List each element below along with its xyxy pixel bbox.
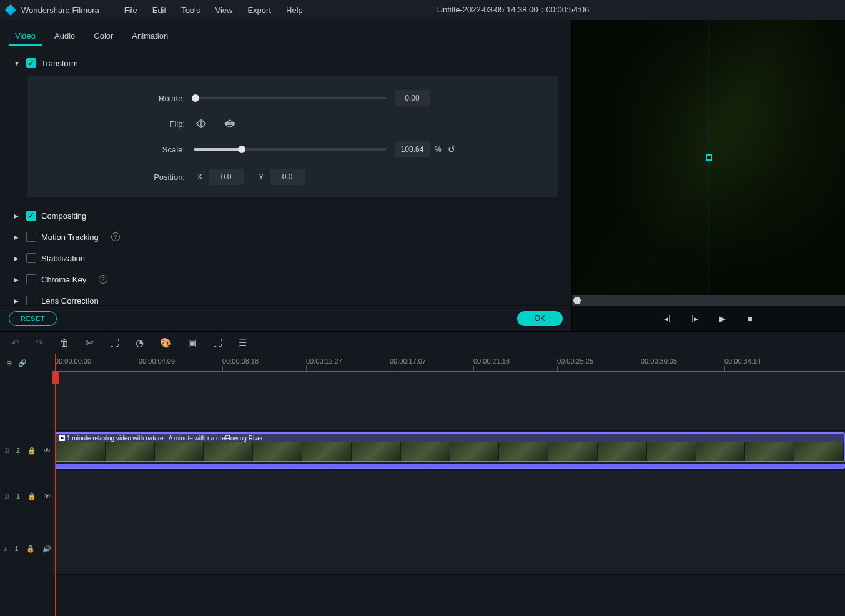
position-row: Position: X Y (45, 169, 540, 185)
adjust-icon[interactable]: ☰ (239, 337, 247, 349)
flip-horizontal-icon[interactable] (194, 117, 209, 130)
play-pause-icon[interactable]: Ⅰ▸ (689, 314, 701, 324)
play-icon[interactable]: ▶ (716, 314, 729, 324)
expand-icon[interactable]: ⛶ (213, 337, 222, 348)
add-track-icon[interactable]: ⊞ (6, 359, 12, 367)
flip-vertical-icon[interactable] (222, 117, 237, 130)
clip-audio-bar[interactable] (55, 464, 845, 469)
help-icon[interactable]: ? (99, 275, 107, 284)
transform-checkbox[interactable] (26, 58, 36, 68)
preview-handle[interactable] (706, 154, 712, 161)
track-v2-num: 2 (16, 447, 20, 454)
color-icon[interactable]: 🎨 (160, 337, 172, 349)
help-icon[interactable]: ? (111, 232, 120, 241)
timeline: ⊞ 🔗 ▸⃞2 🔒 👁 ▸⃞1 🔒 👁 ♪1 🔒 🔊 00:00:00:00 0… (0, 354, 845, 616)
scrub-thumb[interactable] (573, 297, 581, 304)
audio-track-1[interactable] (52, 522, 845, 575)
speed-icon[interactable]: ◔ (136, 337, 144, 349)
cut-icon[interactable]: ✄ (86, 337, 94, 349)
caret-right-icon: ▶ (14, 212, 20, 219)
caret-right-icon: ▶ (14, 255, 20, 262)
lock-icon[interactable]: 🔒 (26, 545, 35, 553)
menu-view[interactable]: View (207, 3, 240, 17)
stab-checkbox[interactable] (26, 253, 36, 263)
tick: 00:00:25:25 (557, 357, 593, 365)
menubar: Wondershare Filmora File Edit Tools View… (0, 0, 845, 20)
section-chroma-key[interactable]: ▶ Chroma Key ? (14, 269, 558, 290)
video-clip[interactable]: ▶ 1 minute relaxing video with nature - … (55, 432, 845, 462)
volume-icon[interactable]: 🔊 (42, 545, 51, 553)
playback-controls: ◂Ⅰ Ⅰ▸ ▶ ■ (572, 306, 845, 331)
position-y-value[interactable] (270, 169, 305, 185)
menu-export[interactable]: Export (240, 3, 279, 17)
video-preview[interactable] (572, 20, 845, 295)
menu-edit[interactable]: Edit (145, 3, 174, 17)
clip-play-icon: ▶ (59, 435, 65, 441)
delete-icon[interactable]: 🗑 (60, 337, 69, 348)
menu-help[interactable]: Help (279, 3, 310, 17)
property-tabs: Video Audio Color Animation (0, 20, 571, 46)
link-icon[interactable]: 🔗 (18, 359, 27, 367)
timeline-toolbar: ↶ ↷ 🗑 ✄ ⛶ ◔ 🎨 ▣ ⛶ ☰ (0, 331, 845, 354)
chroma-checkbox[interactable] (26, 274, 36, 284)
tab-audio[interactable]: Audio (48, 27, 81, 46)
tab-color[interactable]: Color (87, 27, 119, 46)
undo-icon[interactable]: ↶ (11, 337, 19, 349)
menu-tools[interactable]: Tools (174, 3, 207, 17)
section-motion-tracking[interactable]: ▶ Motion Tracking ? (14, 226, 558, 247)
video-track-icon: ▸⃞ (4, 447, 9, 454)
main-area: Video Audio Color Animation ▼ Transform … (0, 20, 845, 331)
menu-file[interactable]: File (117, 3, 145, 17)
rotate-value[interactable] (395, 90, 430, 106)
scale-label: Scale: (45, 145, 194, 154)
crop-icon[interactable]: ⛶ (110, 337, 119, 348)
tab-video[interactable]: Video (9, 27, 42, 46)
transform-body: Rotate: Flip: Scale: (27, 76, 558, 197)
playhead[interactable] (55, 354, 56, 616)
chroma-label: Chroma Key (41, 275, 86, 284)
ok-button[interactable]: OK (517, 311, 563, 326)
tick: 00:00:34:14 (724, 357, 761, 365)
section-lens-correction[interactable]: ▶ Lens Correction (14, 290, 558, 305)
scale-reset-icon[interactable]: ↺ (448, 144, 455, 154)
scale-slider[interactable] (194, 148, 386, 151)
preview-scrubber[interactable] (572, 295, 845, 306)
panel-footer: RESET OK (0, 305, 571, 331)
timeline-ruler[interactable]: 00:00:00:00 00:00:04:09 00:00:08:18 00:0… (52, 354, 845, 372)
stop-icon[interactable]: ■ (744, 314, 756, 324)
position-x-value[interactable] (209, 169, 244, 185)
eye-icon[interactable]: 👁 (44, 492, 51, 500)
caret-right-icon: ▶ (14, 297, 20, 304)
redo-icon[interactable]: ↷ (36, 337, 44, 349)
caret-down-icon: ▼ (14, 60, 20, 67)
tick: 00:00:08:18 (222, 357, 259, 365)
video-track-1[interactable] (52, 470, 845, 522)
tick: 00:00:12:27 (306, 357, 342, 365)
section-transform-header[interactable]: ▼ Transform (14, 52, 558, 74)
properties-panel: Video Audio Color Animation ▼ Transform … (0, 20, 571, 331)
compositing-label: Compositing (41, 211, 86, 221)
stab-label: Stabilization (41, 254, 85, 263)
motion-checkbox[interactable] (26, 232, 36, 242)
scale-value[interactable] (395, 141, 430, 157)
lock-icon[interactable]: 🔒 (27, 492, 36, 500)
eye-icon[interactable]: 👁 (44, 447, 51, 454)
green-screen-icon[interactable]: ▣ (188, 337, 197, 349)
track-spacer (52, 372, 845, 431)
tab-animation[interactable]: Animation (126, 27, 174, 46)
section-compositing[interactable]: ▶ Compositing (14, 205, 558, 226)
video-track-2[interactable]: ▶ 1 minute relaxing video with nature - … (52, 431, 845, 470)
prev-frame-icon[interactable]: ◂Ⅰ (661, 314, 674, 324)
transform-label: Transform (41, 59, 78, 68)
rotate-slider[interactable] (194, 97, 386, 99)
compositing-checkbox[interactable] (26, 211, 36, 221)
scale-unit: % (435, 145, 442, 154)
timeline-tracks[interactable]: 00:00:00:00 00:00:04:09 00:00:08:18 00:0… (52, 354, 845, 616)
audio-track-icon: ♪ (4, 545, 7, 552)
lock-icon[interactable]: 🔒 (27, 447, 36, 455)
section-stabilization[interactable]: ▶ Stabilization (14, 247, 558, 269)
lens-checkbox[interactable] (26, 296, 36, 305)
position-y-label: Y (259, 172, 264, 181)
track-v1-num: 1 (16, 492, 20, 500)
reset-button[interactable]: RESET (9, 311, 57, 326)
